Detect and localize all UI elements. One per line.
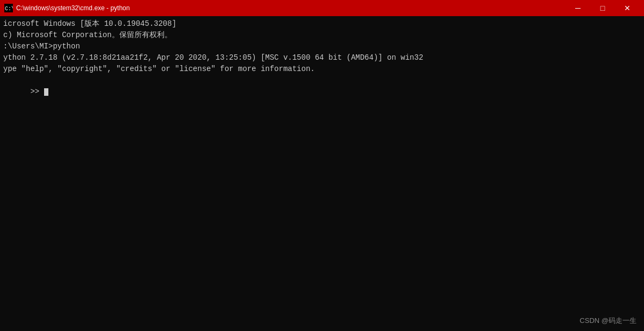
close-button[interactable]: ✕ [615,0,640,16]
title-bar-title: C:\windows\system32\cmd.exe - python [16,4,130,12]
title-bar: C:\ C:\windows\system32\cmd.exe - python… [0,0,644,16]
cursor [44,88,48,96]
console-line: :\Users\MI>python [3,41,641,52]
window: C:\ C:\windows\system32\cmd.exe - python… [0,0,644,331]
cmd-icon: C:\ [4,4,13,12]
svg-text:C:\: C:\ [5,6,13,12]
watermark: CSDN @码走一生 [579,315,636,326]
console-line: ython 2.7.18 (v2.7.18:8d21aa21f2, Apr 20… [3,52,641,64]
console-line: ype "help", "copyright", "credits" or "l… [3,64,641,75]
console-area[interactable]: icrosoft Windows [版本 10.0.19045.3208] c)… [0,16,644,331]
minimize-button[interactable]: ─ [566,0,590,16]
console-prompt-line: >> [3,75,641,109]
console-line: c) Microsoft Corporation。保留所有权利。 [3,30,641,41]
title-bar-left: C:\ C:\windows\system32\cmd.exe - python [4,4,130,12]
title-bar-controls: ─ □ ✕ [566,0,640,16]
maximize-button[interactable]: □ [590,0,615,16]
console-line: icrosoft Windows [版本 10.0.19045.3208] [3,18,641,30]
